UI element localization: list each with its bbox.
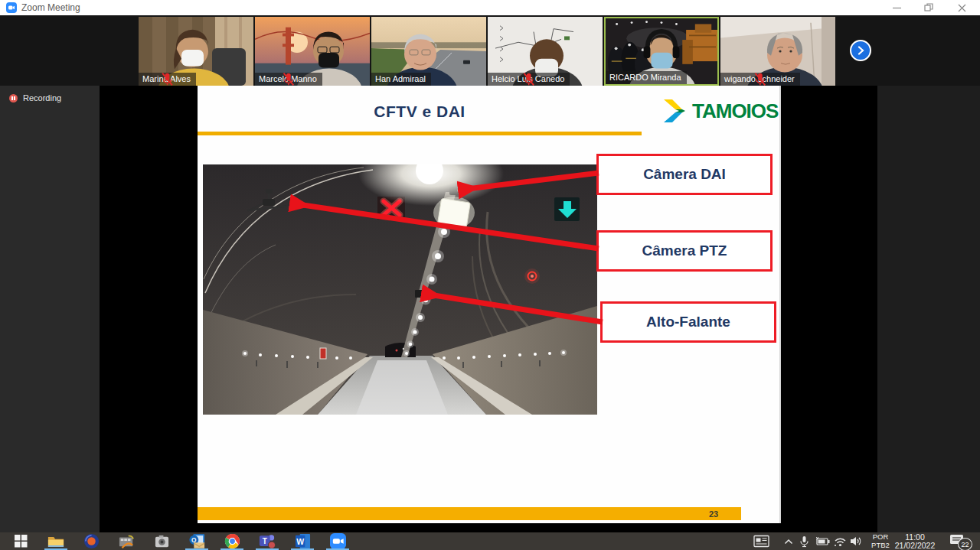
slide-page-number: 23 — [709, 509, 718, 519]
photos-icon — [154, 534, 170, 549]
zoom-app-icon — [6, 2, 17, 13]
teams-icon: T — [259, 533, 276, 549]
speaker-device — [415, 290, 423, 298]
taskbar-zoom[interactable] — [320, 532, 355, 550]
tamoios-chevron-icon — [662, 98, 689, 124]
video-thumbnail-marina-alves[interactable]: Marina Alves — [139, 17, 253, 86]
taskbar-video-app[interactable] — [109, 532, 144, 550]
muted-mic-icon — [139, 73, 196, 86]
chrome-icon — [224, 533, 240, 549]
chevron-right-icon — [856, 46, 865, 55]
tray-date: 21/02/2022 — [890, 542, 940, 550]
presentation-slide: CFTV e DAI TAMOIOS — [198, 86, 781, 523]
windows-taskbar: O T W — [0, 532, 980, 550]
video-thumbnail-marcelo-manno[interactable]: Marcelo Manno — [255, 17, 370, 86]
laser-pointer-dot — [524, 268, 540, 284]
green-down-arrow-signal-icon — [554, 197, 580, 221]
tamoios-logo: TAMOIOS — [662, 98, 778, 124]
tray-battery-icon[interactable] — [815, 532, 831, 550]
minimize-button[interactable] — [884, 0, 910, 15]
notification-count-badge: 22 — [958, 538, 972, 550]
restore-button[interactable] — [916, 0, 942, 15]
taskbar-photos[interactable] — [144, 532, 179, 550]
tray-wifi-icon[interactable] — [834, 532, 847, 550]
tray-clock[interactable]: 11:00 21/02/2022 — [890, 533, 940, 549]
tray-microphone-icon[interactable] — [799, 532, 809, 550]
callout-camera-dai: Câmera DAI — [596, 154, 773, 195]
taskbar-file-explorer[interactable] — [38, 532, 74, 550]
file-explorer-icon — [47, 534, 64, 548]
zoom-meeting-window: Zoom Meeting — [0, 0, 980, 550]
video-app-icon — [118, 534, 135, 549]
recording-indicator: Recording — [9, 93, 61, 103]
taskbar-outlook[interactable]: O — [179, 532, 214, 550]
left-panel: Recording — [0, 86, 100, 532]
tray-expand-chevron-icon[interactable] — [784, 532, 793, 550]
video-thumbnail-ricardo-miranda[interactable]: RICARDO Miranda — [604, 17, 719, 86]
tray-time: 11:00 — [890, 533, 940, 542]
participant-video-strip: Marina Alves — [0, 15, 980, 86]
news-widget-icon[interactable] — [753, 532, 770, 550]
outlook-icon: O — [188, 533, 205, 549]
participant-name-label: Marina Alves — [139, 73, 196, 86]
word-icon: W — [295, 533, 311, 549]
next-participants-button[interactable] — [850, 40, 871, 61]
muted-mic-icon — [255, 73, 322, 86]
windows-start-icon — [15, 535, 28, 548]
taskbar-media-player[interactable] — [74, 532, 109, 550]
tray-speaker-icon[interactable] — [850, 532, 863, 550]
tunnel-photo — [203, 164, 597, 415]
taskbar-teams[interactable]: T — [250, 532, 285, 550]
screen-share-area: CFTV e DAI TAMOIOS — [100, 86, 877, 532]
slide-footer-bar — [198, 507, 741, 520]
participant-name-label: Helcio Luis Canedo — [488, 73, 570, 86]
callout-camera-ptz: Câmera PTZ — [596, 230, 773, 272]
emergency-exit-sign — [320, 348, 326, 359]
participant-name-label: Marcelo Manno — [255, 73, 322, 86]
close-button[interactable] — [949, 0, 975, 15]
video-thumbnail-helcio-luis-canedo[interactable]: Helcio Luis Canedo — [488, 17, 603, 86]
participant-name-label: RICARDO Miranda — [606, 71, 687, 84]
video-thumbnail-han-admiraal[interactable]: Han Admiraal — [371, 17, 486, 86]
muted-mic-icon — [720, 73, 800, 86]
window-titlebar: Zoom Meeting — [0, 0, 980, 15]
zoom-icon — [330, 533, 346, 549]
participant-name-label: Han Admiraal — [371, 73, 431, 86]
taskbar-word[interactable]: W — [285, 532, 320, 550]
video-thumbnail-wigando-schneider[interactable]: wigando.schneider — [720, 17, 835, 86]
callout-alto-falante: Alto-Falante — [600, 301, 776, 343]
participant-name-label: wigando.schneider — [720, 73, 800, 86]
svg-text:T: T — [263, 537, 268, 545]
window-title: Zoom Meeting — [21, 2, 80, 13]
muted-mic-icon — [488, 73, 570, 86]
recording-icon — [9, 94, 18, 103]
right-panel — [877, 86, 980, 532]
action-center-button[interactable]: 22 — [949, 533, 974, 550]
media-player-icon — [83, 533, 100, 549]
taskbar-chrome[interactable] — [214, 532, 250, 550]
slide-title: CFTV e DAI — [198, 103, 642, 121]
start-button[interactable] — [3, 532, 38, 550]
svg-text:W: W — [296, 537, 304, 546]
title-underline — [198, 132, 642, 135]
